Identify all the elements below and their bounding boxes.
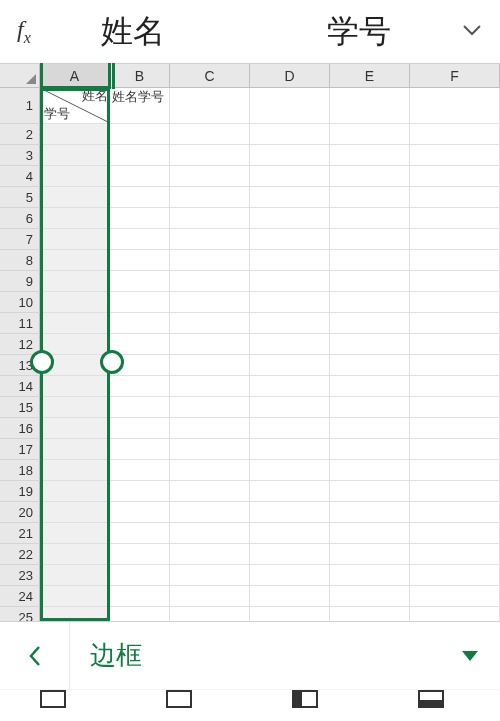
cell-B2[interactable] bbox=[110, 124, 170, 145]
cell-F9[interactable] bbox=[410, 271, 500, 292]
cell-C9[interactable] bbox=[170, 271, 250, 292]
cell-B11[interactable] bbox=[110, 313, 170, 334]
cell-E24[interactable] bbox=[330, 586, 410, 607]
cell-A11[interactable] bbox=[40, 313, 110, 334]
cell-B22[interactable] bbox=[110, 544, 170, 565]
cell-C6[interactable] bbox=[170, 208, 250, 229]
cell-C2[interactable] bbox=[170, 124, 250, 145]
cell-D8[interactable] bbox=[250, 250, 330, 271]
cell-F15[interactable] bbox=[410, 397, 500, 418]
cell-C12[interactable] bbox=[170, 334, 250, 355]
cell-A6[interactable] bbox=[40, 208, 110, 229]
cell-F6[interactable] bbox=[410, 208, 500, 229]
cell-E21[interactable] bbox=[330, 523, 410, 544]
row-header[interactable]: 17 bbox=[0, 439, 40, 460]
cell-E6[interactable] bbox=[330, 208, 410, 229]
cell-F13[interactable] bbox=[410, 355, 500, 376]
row-header[interactable]: 21 bbox=[0, 523, 40, 544]
cell-E17[interactable] bbox=[330, 439, 410, 460]
cell-F19[interactable] bbox=[410, 481, 500, 502]
cell-E23[interactable] bbox=[330, 565, 410, 586]
cell-B19[interactable] bbox=[110, 481, 170, 502]
cell-C24[interactable] bbox=[170, 586, 250, 607]
cell-E11[interactable] bbox=[330, 313, 410, 334]
cell-A2[interactable] bbox=[40, 124, 110, 145]
cell-A10[interactable] bbox=[40, 292, 110, 313]
row-header[interactable]: 14 bbox=[0, 376, 40, 397]
cell-E16[interactable] bbox=[330, 418, 410, 439]
cell-F7[interactable] bbox=[410, 229, 500, 250]
cell-C21[interactable] bbox=[170, 523, 250, 544]
cell-A8[interactable] bbox=[40, 250, 110, 271]
row-header[interactable]: 12 bbox=[0, 334, 40, 355]
cell-C20[interactable] bbox=[170, 502, 250, 523]
cell-D11[interactable] bbox=[250, 313, 330, 334]
cell-A15[interactable] bbox=[40, 397, 110, 418]
cell-B15[interactable] bbox=[110, 397, 170, 418]
cell-F21[interactable] bbox=[410, 523, 500, 544]
cell-C4[interactable] bbox=[170, 166, 250, 187]
cell-A7[interactable] bbox=[40, 229, 110, 250]
row-header[interactable]: 13 bbox=[0, 355, 40, 376]
cell-E14[interactable] bbox=[330, 376, 410, 397]
cell-C17[interactable] bbox=[170, 439, 250, 460]
column-header-D[interactable]: D bbox=[250, 64, 330, 87]
cell-A21[interactable] bbox=[40, 523, 110, 544]
cell-B1[interactable]: 姓名学号 bbox=[110, 88, 170, 124]
row-header[interactable]: 18 bbox=[0, 460, 40, 481]
cell-D13[interactable] bbox=[250, 355, 330, 376]
cell-E13[interactable] bbox=[330, 355, 410, 376]
cell-C10[interactable] bbox=[170, 292, 250, 313]
border-option-icon[interactable] bbox=[418, 690, 444, 708]
cell-E5[interactable] bbox=[330, 187, 410, 208]
cell-A12[interactable] bbox=[40, 334, 110, 355]
cell-F17[interactable] bbox=[410, 439, 500, 460]
expand-formula-icon[interactable] bbox=[462, 22, 482, 42]
cell-E3[interactable] bbox=[330, 145, 410, 166]
cell-F11[interactable] bbox=[410, 313, 500, 334]
cell-A18[interactable] bbox=[40, 460, 110, 481]
cell-B9[interactable] bbox=[110, 271, 170, 292]
cell-A4[interactable] bbox=[40, 166, 110, 187]
cell-C22[interactable] bbox=[170, 544, 250, 565]
cell-B7[interactable] bbox=[110, 229, 170, 250]
cell-C16[interactable] bbox=[170, 418, 250, 439]
column-header-F[interactable]: F bbox=[410, 64, 500, 87]
column-header-A[interactable]: A bbox=[40, 64, 110, 87]
cell-C8[interactable] bbox=[170, 250, 250, 271]
cell-E9[interactable] bbox=[330, 271, 410, 292]
cell-F12[interactable] bbox=[410, 334, 500, 355]
cell-D22[interactable] bbox=[250, 544, 330, 565]
cell-B24[interactable] bbox=[110, 586, 170, 607]
row-header[interactable]: 10 bbox=[0, 292, 40, 313]
cell-F23[interactable] bbox=[410, 565, 500, 586]
cell-A23[interactable] bbox=[40, 565, 110, 586]
cell-F18[interactable] bbox=[410, 460, 500, 481]
cell-B13[interactable] bbox=[110, 355, 170, 376]
cell-D15[interactable] bbox=[250, 397, 330, 418]
cell-A19[interactable] bbox=[40, 481, 110, 502]
cell-C15[interactable] bbox=[170, 397, 250, 418]
cell-B16[interactable] bbox=[110, 418, 170, 439]
cell-E19[interactable] bbox=[330, 481, 410, 502]
cell-D16[interactable] bbox=[250, 418, 330, 439]
row-header[interactable]: 1 bbox=[0, 88, 40, 124]
cell-E1[interactable] bbox=[330, 88, 410, 124]
cell-B23[interactable] bbox=[110, 565, 170, 586]
cell-B14[interactable] bbox=[110, 376, 170, 397]
row-header[interactable]: 6 bbox=[0, 208, 40, 229]
cell-A20[interactable] bbox=[40, 502, 110, 523]
cell-F4[interactable] bbox=[410, 166, 500, 187]
cell-C1[interactable] bbox=[170, 88, 250, 124]
cell-D21[interactable] bbox=[250, 523, 330, 544]
cell-D9[interactable] bbox=[250, 271, 330, 292]
row-header[interactable]: 7 bbox=[0, 229, 40, 250]
column-resize-handle-right[interactable] bbox=[108, 63, 111, 89]
cell-E8[interactable] bbox=[330, 250, 410, 271]
row-header[interactable]: 2 bbox=[0, 124, 40, 145]
cell-C5[interactable] bbox=[170, 187, 250, 208]
cell-F5[interactable] bbox=[410, 187, 500, 208]
cell-D14[interactable] bbox=[250, 376, 330, 397]
back-button[interactable] bbox=[0, 622, 70, 689]
cell-A22[interactable] bbox=[40, 544, 110, 565]
